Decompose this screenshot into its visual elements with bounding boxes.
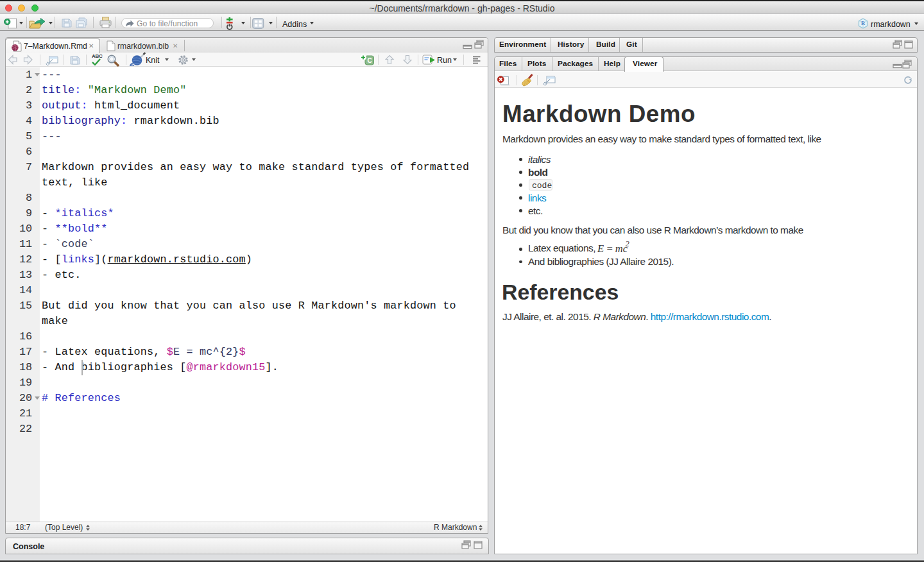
svg-text:C: C bbox=[367, 57, 372, 64]
svg-text:R: R bbox=[861, 20, 866, 26]
